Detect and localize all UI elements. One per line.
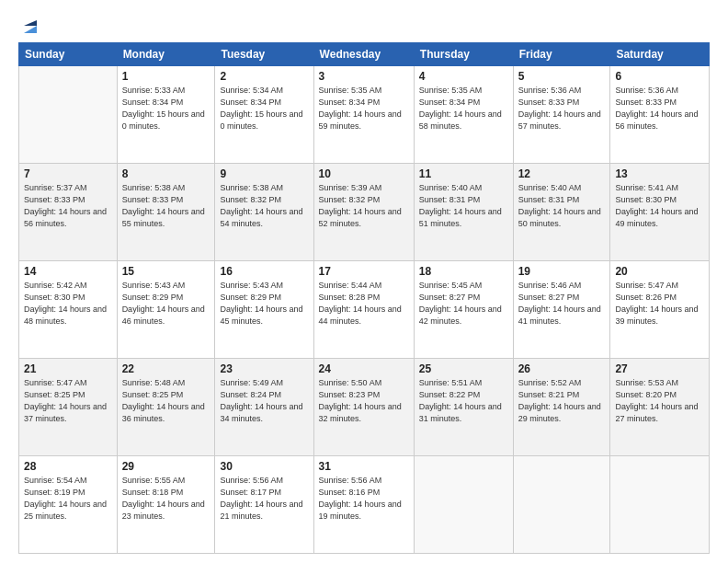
day-number: 9 xyxy=(220,167,308,180)
calendar-cell: 2Sunrise: 5:34 AM Sunset: 8:34 PM Daylig… xyxy=(215,66,313,164)
calendar-cell: 1Sunrise: 5:33 AM Sunset: 8:34 PM Daylig… xyxy=(117,66,215,164)
weekday-header-row: SundayMondayTuesdayWednesdayThursdayFrid… xyxy=(19,43,710,66)
calendar-cell: 22Sunrise: 5:48 AM Sunset: 8:25 PM Dayli… xyxy=(117,359,215,456)
day-number: 25 xyxy=(419,362,508,375)
calendar-cell: 20Sunrise: 5:47 AM Sunset: 8:26 PM Dayli… xyxy=(610,261,710,359)
day-info: Sunrise: 5:45 AM Sunset: 8:27 PM Dayligh… xyxy=(419,280,508,327)
calendar-cell: 17Sunrise: 5:44 AM Sunset: 8:28 PM Dayli… xyxy=(313,261,414,359)
week-row-3: 14Sunrise: 5:42 AM Sunset: 8:30 PM Dayli… xyxy=(19,261,710,359)
calendar-cell: 11Sunrise: 5:40 AM Sunset: 8:31 PM Dayli… xyxy=(414,164,513,261)
calendar-cell: 21Sunrise: 5:47 AM Sunset: 8:25 PM Dayli… xyxy=(19,359,118,456)
day-info: Sunrise: 5:49 AM Sunset: 8:24 PM Dayligh… xyxy=(220,377,308,425)
calendar-cell: 14Sunrise: 5:42 AM Sunset: 8:30 PM Dayli… xyxy=(19,261,118,359)
day-info: Sunrise: 5:38 AM Sunset: 8:33 PM Dayligh… xyxy=(122,182,210,230)
day-info: Sunrise: 5:37 AM Sunset: 8:33 PM Dayligh… xyxy=(24,182,112,230)
logo xyxy=(18,17,40,35)
day-number: 18 xyxy=(419,265,508,278)
calendar-cell: 25Sunrise: 5:51 AM Sunset: 8:22 PM Dayli… xyxy=(414,359,513,456)
calendar-cell: 4Sunrise: 5:35 AM Sunset: 8:34 PM Daylig… xyxy=(414,66,513,164)
day-number: 19 xyxy=(518,265,606,278)
day-info: Sunrise: 5:34 AM Sunset: 8:34 PM Dayligh… xyxy=(220,85,308,132)
week-row-4: 21Sunrise: 5:47 AM Sunset: 8:25 PM Dayli… xyxy=(19,359,710,456)
day-number: 31 xyxy=(319,460,409,473)
day-number: 11 xyxy=(419,167,508,180)
calendar-cell: 29Sunrise: 5:55 AM Sunset: 8:18 PM Dayli… xyxy=(117,456,215,554)
day-info: Sunrise: 5:36 AM Sunset: 8:33 PM Dayligh… xyxy=(615,85,704,132)
day-info: Sunrise: 5:56 AM Sunset: 8:17 PM Dayligh… xyxy=(220,475,308,523)
calendar-cell: 26Sunrise: 5:52 AM Sunset: 8:21 PM Dayli… xyxy=(513,359,610,456)
calendar-cell: 5Sunrise: 5:36 AM Sunset: 8:33 PM Daylig… xyxy=(513,66,610,164)
day-number: 16 xyxy=(220,265,308,278)
day-number: 2 xyxy=(220,70,308,83)
calendar-cell: 24Sunrise: 5:50 AM Sunset: 8:23 PM Dayli… xyxy=(313,359,414,456)
day-number: 27 xyxy=(615,362,704,375)
day-number: 29 xyxy=(122,460,210,473)
calendar-cell: 23Sunrise: 5:49 AM Sunset: 8:24 PM Dayli… xyxy=(215,359,313,456)
day-number: 28 xyxy=(24,460,112,473)
day-number: 12 xyxy=(518,167,606,180)
calendar-cell: 8Sunrise: 5:38 AM Sunset: 8:33 PM Daylig… xyxy=(117,164,215,261)
day-info: Sunrise: 5:48 AM Sunset: 8:25 PM Dayligh… xyxy=(122,377,210,425)
calendar-cell: 10Sunrise: 5:39 AM Sunset: 8:32 PM Dayli… xyxy=(313,164,414,261)
day-info: Sunrise: 5:33 AM Sunset: 8:34 PM Dayligh… xyxy=(122,85,210,132)
day-info: Sunrise: 5:43 AM Sunset: 8:29 PM Dayligh… xyxy=(220,280,308,327)
day-info: Sunrise: 5:56 AM Sunset: 8:16 PM Dayligh… xyxy=(319,475,409,523)
svg-marker-1 xyxy=(24,20,37,26)
calendar-cell: 30Sunrise: 5:56 AM Sunset: 8:17 PM Dayli… xyxy=(215,456,313,554)
weekday-header-sunday: Sunday xyxy=(19,43,118,66)
day-number: 23 xyxy=(220,362,308,375)
weekday-header-monday: Monday xyxy=(117,43,215,66)
day-info: Sunrise: 5:36 AM Sunset: 8:33 PM Dayligh… xyxy=(518,85,606,132)
day-info: Sunrise: 5:53 AM Sunset: 8:20 PM Dayligh… xyxy=(615,377,704,425)
day-info: Sunrise: 5:42 AM Sunset: 8:30 PM Dayligh… xyxy=(24,280,112,327)
calendar-cell xyxy=(610,456,710,554)
calendar-cell: 3Sunrise: 5:35 AM Sunset: 8:34 PM Daylig… xyxy=(313,66,414,164)
day-number: 3 xyxy=(319,70,409,83)
week-row-1: 1Sunrise: 5:33 AM Sunset: 8:34 PM Daylig… xyxy=(19,66,710,164)
day-info: Sunrise: 5:46 AM Sunset: 8:27 PM Dayligh… xyxy=(518,280,606,327)
day-number: 8 xyxy=(122,167,210,180)
day-number: 15 xyxy=(122,265,210,278)
weekday-header-friday: Friday xyxy=(513,43,610,66)
calendar-cell: 13Sunrise: 5:41 AM Sunset: 8:30 PM Dayli… xyxy=(610,164,710,261)
day-number: 6 xyxy=(615,70,704,83)
weekday-header-saturday: Saturday xyxy=(610,43,710,66)
day-number: 13 xyxy=(615,167,704,180)
day-info: Sunrise: 5:43 AM Sunset: 8:29 PM Dayligh… xyxy=(122,280,210,327)
day-info: Sunrise: 5:39 AM Sunset: 8:32 PM Dayligh… xyxy=(319,182,409,230)
day-info: Sunrise: 5:51 AM Sunset: 8:22 PM Dayligh… xyxy=(419,377,508,425)
day-info: Sunrise: 5:35 AM Sunset: 8:34 PM Dayligh… xyxy=(419,85,508,132)
day-number: 21 xyxy=(24,362,112,375)
calendar-cell xyxy=(414,456,513,554)
svg-marker-0 xyxy=(24,26,37,33)
day-number: 22 xyxy=(122,362,210,375)
calendar-cell: 27Sunrise: 5:53 AM Sunset: 8:20 PM Dayli… xyxy=(610,359,710,456)
day-info: Sunrise: 5:47 AM Sunset: 8:25 PM Dayligh… xyxy=(24,377,112,425)
calendar-cell xyxy=(513,456,610,554)
week-row-2: 7Sunrise: 5:37 AM Sunset: 8:33 PM Daylig… xyxy=(19,164,710,261)
day-number: 4 xyxy=(419,70,508,83)
day-info: Sunrise: 5:40 AM Sunset: 8:31 PM Dayligh… xyxy=(419,182,508,230)
day-number: 1 xyxy=(122,70,210,83)
day-info: Sunrise: 5:44 AM Sunset: 8:28 PM Dayligh… xyxy=(319,280,409,327)
week-row-5: 28Sunrise: 5:54 AM Sunset: 8:19 PM Dayli… xyxy=(19,456,710,554)
day-info: Sunrise: 5:40 AM Sunset: 8:31 PM Dayligh… xyxy=(518,182,606,230)
calendar-cell: 31Sunrise: 5:56 AM Sunset: 8:16 PM Dayli… xyxy=(313,456,414,554)
day-info: Sunrise: 5:55 AM Sunset: 8:18 PM Dayligh… xyxy=(122,475,210,523)
page: SundayMondayTuesdayWednesdayThursdayFrid… xyxy=(0,0,728,563)
calendar-cell: 12Sunrise: 5:40 AM Sunset: 8:31 PM Dayli… xyxy=(513,164,610,261)
calendar-cell: 15Sunrise: 5:43 AM Sunset: 8:29 PM Dayli… xyxy=(117,261,215,359)
day-number: 26 xyxy=(518,362,606,375)
day-info: Sunrise: 5:47 AM Sunset: 8:26 PM Dayligh… xyxy=(615,280,704,327)
weekday-header-tuesday: Tuesday xyxy=(215,43,313,66)
calendar-cell: 19Sunrise: 5:46 AM Sunset: 8:27 PM Dayli… xyxy=(513,261,610,359)
weekday-header-thursday: Thursday xyxy=(414,43,513,66)
day-info: Sunrise: 5:50 AM Sunset: 8:23 PM Dayligh… xyxy=(319,377,409,425)
weekday-header-wednesday: Wednesday xyxy=(313,43,414,66)
day-number: 14 xyxy=(24,265,112,278)
calendar-cell: 16Sunrise: 5:43 AM Sunset: 8:29 PM Dayli… xyxy=(215,261,313,359)
header xyxy=(18,17,710,35)
day-number: 10 xyxy=(319,167,409,180)
day-info: Sunrise: 5:41 AM Sunset: 8:30 PM Dayligh… xyxy=(615,182,704,230)
day-number: 5 xyxy=(518,70,606,83)
